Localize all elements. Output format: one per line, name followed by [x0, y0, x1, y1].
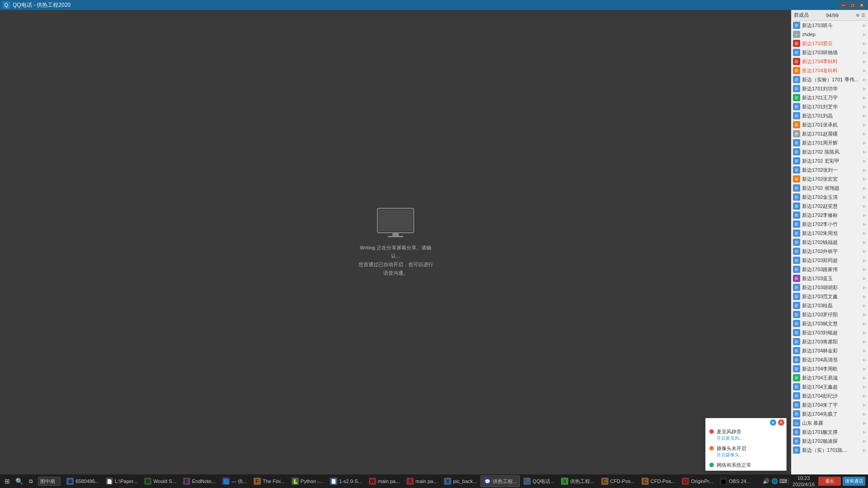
contact-action-icon[interactable]: ⊳	[863, 258, 866, 263]
contact-action-icon[interactable]: ⊳	[863, 294, 866, 299]
notification-action-link[interactable]: 开启摄像头...	[717, 452, 783, 458]
contact-action-icon[interactable]: ⊳	[863, 430, 866, 435]
contact-action-icon[interactable]: ⊳	[863, 330, 866, 335]
contact-item[interactable]: 新新边1701刘功华⊳	[791, 84, 868, 93]
contact-item[interactable]: 新新边1703桂磊⊳	[791, 301, 868, 310]
contact-item[interactable]: 新新边1701张承机⊳	[791, 120, 868, 129]
contact-item[interactable]: 新新边1704老科料⊳	[791, 66, 868, 75]
contact-item[interactable]: 新新边1704先载了⊳	[791, 409, 868, 418]
contact-item[interactable]: 新新边1702 宏彩甲⊳	[791, 156, 868, 165]
contact-action-icon[interactable]: ⊳	[863, 150, 866, 155]
close-button[interactable]: ✕	[858, 1, 865, 9]
contact-action-icon[interactable]: ⊳	[863, 448, 866, 453]
contact-action-icon[interactable]: ⊳	[863, 439, 866, 444]
contact-item[interactable]: 新新边1701酸文撑⊳	[791, 427, 868, 436]
taskbar-app[interactable]: CCFD-Pos...	[638, 475, 678, 487]
contact-item[interactable]: 新新边（实）1701陈...⊳	[791, 446, 868, 455]
contact-action-icon[interactable]: ⊳	[863, 366, 866, 371]
contact-item[interactable]: 新新边1703蓝玉⊳	[791, 274, 868, 283]
contact-action-icon[interactable]: ⊳	[863, 204, 866, 209]
taskbar-call-button[interactable]: 请审通话	[843, 477, 865, 486]
contact-item[interactable]: 新新边1702 陈陈风⊳	[791, 147, 868, 156]
contact-action-icon[interactable]: ⊳	[863, 41, 866, 46]
contact-action-icon[interactable]: ⊳	[863, 86, 866, 91]
contact-action-icon[interactable]: ⊳	[863, 104, 866, 109]
contact-action-icon[interactable]: ⊳	[863, 249, 866, 254]
contact-action-icon[interactable]: ⊳	[863, 285, 866, 290]
taskbar-app[interactable]: 📞QQ电话...	[520, 475, 557, 487]
contact-action-icon[interactable]: ⊳	[863, 186, 866, 191]
contact-action-icon[interactable]: ⊳	[863, 276, 866, 281]
contact-action-icon[interactable]: ⊳	[863, 231, 866, 236]
contact-item[interactable]: 新新边1701刘芝华⊳	[791, 102, 868, 111]
add-member-icon[interactable]: ⊕	[856, 13, 859, 18]
taskbar-app[interactable]: 🌐— 供...	[219, 475, 250, 487]
contact-item[interactable]: 新新边1703刘铭超⊳	[791, 328, 868, 337]
contact-item[interactable]: 新新边1702钱福超⊳	[791, 238, 868, 247]
contact-action-icon[interactable]: ⊳	[863, 131, 866, 136]
taskbar-app[interactable]: 🖥6580496...	[63, 475, 102, 487]
contact-item[interactable]: 山山东 慕露⊳	[791, 418, 868, 427]
taskbar-app[interactable]: 💬供热工程...	[481, 475, 520, 487]
contact-item[interactable]: 新新边1703路家伟⊳	[791, 265, 868, 274]
contact-action-icon[interactable]: ⊳	[863, 113, 866, 118]
taskbar-app[interactable]: ⬤OBS 24...	[717, 475, 754, 487]
contact-item[interactable]: 新新边1704高清湉⊳	[791, 355, 868, 364]
contact-item[interactable]: 新新边1701王乃宇⊳	[791, 93, 868, 102]
contact-action-icon[interactable]: ⊳	[863, 32, 866, 37]
contact-action-icon[interactable]: ⊳	[863, 122, 866, 127]
taskbar-app[interactable]: 📄L:\Paper...	[103, 475, 141, 487]
contact-action-icon[interactable]: ⊳	[863, 159, 866, 164]
contact-action-icon[interactable]: ⊳	[863, 95, 866, 100]
contact-item[interactable]: 新新边1702朱周湉⊳	[791, 229, 868, 238]
contact-item[interactable]: 新新边1703胡胡彩⊳	[791, 283, 868, 292]
contact-item[interactable]: 新新边1702杨凌探⊳	[791, 436, 868, 446]
contact-action-icon[interactable]: ⊳	[863, 222, 866, 227]
contact-action-icon[interactable]: ⊳	[863, 68, 866, 73]
contact-item[interactable]: 新新边（实验）1701 季伟...⊳	[791, 75, 868, 84]
contact-action-icon[interactable]: ⊳	[863, 412, 866, 417]
taskbar-app[interactable]: 🐍Python -...	[288, 475, 326, 487]
contact-item[interactable]: zzhdep⊳	[791, 30, 868, 39]
taskbar-app[interactable]: OOriginPr...	[679, 475, 716, 487]
taskbar-app[interactable]: Xmain pa...	[403, 475, 440, 487]
contact-item[interactable]: 新新边1703将肃阳⊳	[791, 337, 868, 346]
network-icon[interactable]: 🌐	[771, 478, 778, 485]
contact-action-icon[interactable]: ⊳	[863, 421, 866, 426]
contact-action-icon[interactable]: ⊳	[863, 59, 866, 64]
contact-item[interactable]: 新新边1701周开辉⊳	[791, 138, 868, 147]
contact-item[interactable]: 新新边1702李小竹⊳	[791, 220, 868, 229]
notification-close-button[interactable]: ✕	[778, 419, 784, 426]
contact-item[interactable]: 新新边1702李修标⊳	[791, 211, 868, 220]
contact-action-icon[interactable]: ⊳	[863, 50, 866, 55]
contact-item[interactable]: 新新边1704彭纪沙⊳	[791, 391, 868, 400]
taskbar-app[interactable]: FThe Fini...	[250, 475, 288, 487]
contact-item[interactable]: 新新边1702外铁宇⊳	[791, 247, 868, 256]
contact-action-icon[interactable]: ⊳	[863, 23, 866, 28]
contact-item[interactable]: 新新边1702 侯翔超⊳	[791, 183, 868, 192]
contact-action-icon[interactable]: ⊳	[863, 385, 866, 389]
contact-action-icon[interactable]: ⊳	[863, 303, 866, 308]
contact-item[interactable]: 新新边1702张刘一⊳	[791, 165, 868, 174]
maximize-button[interactable]: □	[849, 1, 856, 9]
contact-item[interactable]: 新新边1703班斗⊳	[791, 21, 868, 30]
contact-item[interactable]: 新新边1703斌文慧⊳	[791, 319, 868, 328]
contact-action-icon[interactable]: ⊳	[863, 403, 866, 408]
contact-action-icon[interactable]: ⊳	[863, 168, 866, 173]
contact-item[interactable]: 新新边1703罗仔阳⊳	[791, 310, 868, 319]
taskbar-app[interactable]: Wmain pa...	[366, 475, 403, 487]
contact-action-icon[interactable]: ⊳	[863, 267, 866, 272]
taskbar-quit-button[interactable]: 退出	[818, 477, 841, 486]
contact-item[interactable]: 新新边1704李周欧⊳	[791, 364, 868, 373]
contact-item[interactable]: 新新边1701赵晨曙⊳	[791, 129, 868, 138]
contact-action-icon[interactable]: ⊳	[863, 339, 866, 344]
contact-action-icon[interactable]: ⊳	[863, 348, 866, 353]
contact-action-icon[interactable]: ⊳	[863, 240, 866, 245]
contact-action-icon[interactable]: ⊳	[863, 77, 866, 82]
minimize-button[interactable]: ─	[840, 1, 847, 9]
taskbar-app[interactable]: X供热工程...	[558, 475, 597, 487]
contact-item[interactable]: 新新边1704朱了宇⊳	[791, 400, 868, 409]
contact-item[interactable]: 新新边1702赵笑慧⊳	[791, 202, 868, 211]
contact-item[interactable]: 新新边1704王易滋⊳	[791, 373, 868, 382]
contact-action-icon[interactable]: ⊳	[863, 321, 866, 326]
